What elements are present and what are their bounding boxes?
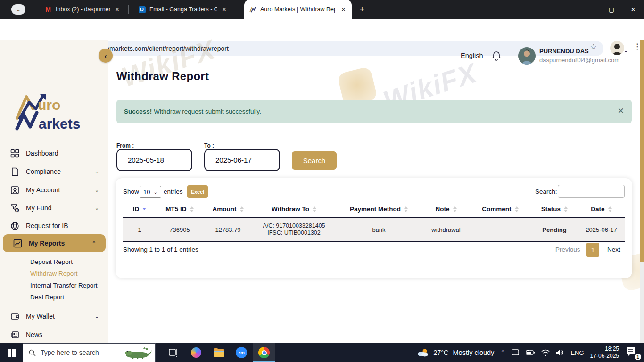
chevron-down-icon: ⌄ (95, 313, 99, 320)
sidebar-subitem-deposit-report[interactable]: Deposit Report (30, 258, 73, 265)
table-search-input[interactable] (558, 185, 625, 198)
clock-time: 18:25 (590, 346, 619, 353)
sidebar-item-compliance[interactable]: Compliance ⌄ (0, 165, 108, 179)
alert-close-icon[interactable]: ✕ (618, 106, 624, 116)
sidebar-item-label: Request for IB (26, 222, 68, 230)
sidebar-subitem-withdraw-report[interactable]: Withdraw Report (30, 270, 78, 277)
maximize-button[interactable]: ▢ (601, 0, 622, 19)
search-icon (29, 349, 36, 356)
volume-icon[interactable] (556, 349, 564, 356)
tablet-mode-icon[interactable] (511, 349, 520, 356)
from-date-input[interactable]: 2025-05-18 (116, 149, 192, 171)
column-header-date[interactable]: Date (578, 202, 625, 218)
report-panel: Show 10 ⌄ entries Excel Search: ID MT5 I… (116, 178, 632, 278)
close-window-button[interactable]: ✕ (622, 0, 644, 19)
copilot-icon[interactable] (185, 343, 207, 362)
cell-date: 2025-06-17 (578, 218, 625, 241)
tab-title: Inbox (2) - daspurnendu834@g (56, 6, 110, 13)
column-header-amount[interactable]: Amount (203, 202, 253, 218)
clock-date: 17-06-2025 (590, 353, 619, 360)
sidebar-subitem-internal-transfer-report[interactable]: Internal Transfer Report (30, 282, 98, 289)
browser-tab-gmail[interactable]: M Inbox (2) - daspurnendu834@g ✕ (40, 0, 125, 19)
sidebar-item-my-reports[interactable]: My Reports ⌃ (3, 234, 106, 252)
column-header-comment[interactable]: Comment (470, 202, 531, 218)
pagination-previous[interactable]: Previous (555, 246, 580, 253)
alert-bold-text: Success! (124, 108, 152, 115)
action-center-icon[interactable]: 1 (625, 346, 639, 359)
search-button[interactable]: Search (292, 151, 337, 170)
sidebar-item-my-account[interactable]: My Account ⌄ (0, 183, 108, 197)
browser-toolbar: ← → ⟳ secure.auromarkets.com/client/repo… (0, 19, 644, 40)
bing-daily-image-crocodile[interactable] (123, 346, 152, 360)
logo-text-uro: uro (38, 97, 60, 113)
tab-search-button[interactable]: ⌄ (11, 4, 25, 15)
column-header-withdraw-to[interactable]: Withdraw To (253, 202, 335, 218)
cell-withdraw-to: A/C: 917010033281405IFSC: UTIB0001302 (253, 218, 335, 241)
weather-widget[interactable]: 27°C Mostly cloudy (417, 348, 494, 357)
to-date-input[interactable]: 2025-06-17 (204, 149, 280, 171)
table-row[interactable]: 1 736905 12783.79 A/C: 917010033281405IF… (123, 218, 625, 241)
taskbar-search-input[interactable]: Type here to search (23, 343, 156, 362)
language-selector[interactable]: English (461, 52, 483, 59)
close-tab-icon[interactable]: ✕ (221, 6, 228, 13)
show-label: Show (123, 188, 139, 195)
start-button[interactable] (0, 343, 23, 362)
logo-text-arkets: arkets (39, 116, 80, 131)
minimize-button[interactable]: — (579, 0, 601, 19)
chevron-down-icon: ⌄ (95, 169, 99, 175)
language-indicator[interactable]: ENG (570, 349, 584, 356)
file-explorer-icon[interactable] (207, 343, 230, 362)
pagination-page-1[interactable]: 1 (586, 243, 599, 257)
close-tab-icon[interactable]: ✕ (340, 6, 347, 13)
cell-comment (470, 218, 531, 241)
column-header-payment-method[interactable]: Payment Method (335, 202, 422, 218)
notification-bell-icon[interactable] (492, 51, 501, 61)
auro-markets-icon (249, 6, 256, 13)
column-header-id[interactable]: ID (123, 202, 156, 218)
sidebar-subitem-deal-report[interactable]: Deal Report (30, 294, 64, 301)
showing-entries-text: Showing 1 to 1 of 1 entries (123, 246, 198, 253)
svg-text:$: $ (16, 208, 18, 212)
browser-tab-auro-markets-active[interactable]: Auro Markets | Withdraw Repor ✕ (244, 0, 352, 19)
page-size-select[interactable]: 10 ⌄ (140, 186, 161, 198)
chevron-down-icon[interactable]: ⌄ (623, 47, 628, 54)
chrome-icon[interactable] (253, 343, 275, 362)
battery-icon[interactable] (526, 350, 535, 355)
scrollbar-thumb[interactable] (640, 40, 644, 262)
sidebar-item-request-for-ib[interactable]: Request for IB (0, 219, 108, 233)
sort-icon (313, 206, 316, 212)
from-date-label: From : (116, 142, 134, 149)
task-view-icon[interactable] (162, 343, 185, 362)
account-card-icon (10, 186, 19, 195)
user-avatar[interactable] (518, 47, 536, 65)
wifi-icon[interactable] (541, 349, 550, 356)
column-header-note[interactable]: Note (422, 202, 470, 218)
sidebar-collapse-button[interactable]: ‹ (99, 49, 113, 63)
window-controls: — ▢ ✕ (579, 0, 644, 19)
weather-icon (417, 348, 429, 357)
zoom-app-icon[interactable]: zm (230, 343, 253, 362)
sidebar-item-news[interactable]: News (0, 328, 108, 342)
sidebar-item-dashboard[interactable]: Dashboard (0, 146, 108, 160)
clock-widget[interactable]: 18:25 17-06-2025 (590, 346, 619, 360)
sidebar-item-my-wallet[interactable]: My Wallet ⌄ (0, 309, 108, 323)
column-header-mt5-id[interactable]: MT5 ID (156, 202, 203, 218)
column-header-status[interactable]: Status (531, 202, 578, 218)
sidebar-item-label: My Wallet (26, 313, 55, 320)
new-tab-button[interactable]: + (356, 4, 368, 15)
tray-expand-chevron-icon[interactable]: ⌃ (500, 349, 505, 356)
excel-export-button[interactable]: Excel (187, 185, 208, 198)
page-scrollbar[interactable] (640, 40, 644, 343)
cell-note: withdrawal (422, 218, 470, 241)
bookmark-star-icon[interactable]: ☆ (590, 42, 597, 52)
cell-payment-method: bank (335, 218, 422, 241)
sidebar-item-label: My Fund (26, 204, 51, 212)
user-name: PURNENDU DAS (539, 48, 589, 55)
browser-tab-outlook[interactable]: O Email - Ganga Traders - Outloo ✕ (133, 0, 232, 19)
browser-profile-avatar[interactable] (610, 41, 624, 55)
cell-id: 1 (123, 218, 156, 241)
sidebar-item-my-fund[interactable]: $ My Fund ⌄ (0, 201, 108, 215)
weather-temp: 27°C (433, 349, 448, 356)
pagination-next[interactable]: Next (607, 246, 620, 253)
close-tab-icon[interactable]: ✕ (114, 6, 121, 13)
